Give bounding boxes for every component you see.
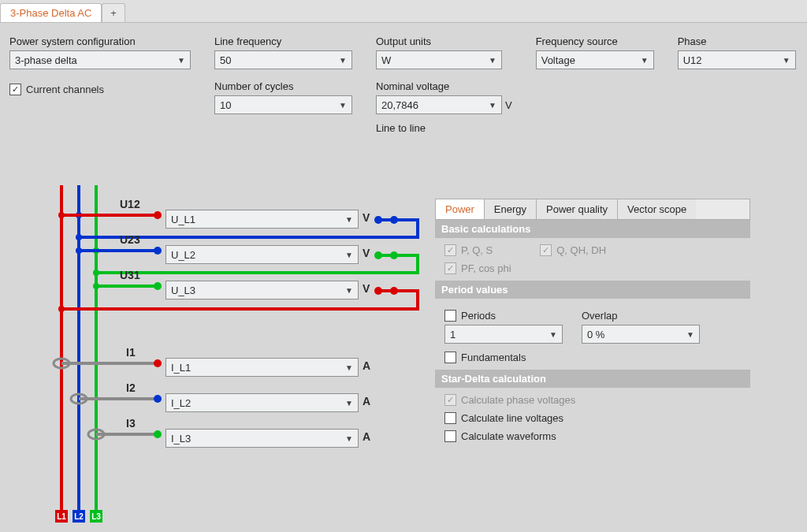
frequency-source-select[interactable]: Voltage ▼ <box>536 50 654 69</box>
nominal-voltage-label: Nominal voltage <box>376 80 512 92</box>
phase-value: U12 <box>683 54 702 66</box>
calc-phase-label: Calculate phase voltages <box>461 394 575 406</box>
fundamentals-label: Fundamentals <box>461 352 526 363</box>
line-frequency-select[interactable]: 50 ▼ <box>214 50 352 69</box>
subtab-power[interactable]: Power <box>436 199 485 219</box>
i1-channel-select[interactable]: I_L1 ▼ <box>165 358 359 377</box>
chevron-down-icon: ▼ <box>783 56 790 65</box>
calc-phase-checkbox: ✓ <box>444 394 456 406</box>
i2-label: I2 <box>126 381 136 394</box>
chevron-down-icon: ▼ <box>489 56 496 65</box>
power-config-select[interactable]: 3-phase delta ▼ <box>9 50 191 69</box>
i3-channel-select[interactable]: I_L3 ▼ <box>165 429 359 448</box>
chevron-down-icon: ▼ <box>686 330 694 339</box>
diagram-svg <box>47 185 426 524</box>
chevron-down-icon: ▼ <box>345 251 353 259</box>
chevron-down-icon: ▼ <box>345 215 353 224</box>
bus-l2-chip: L2 <box>73 510 85 523</box>
current-channels-checkbox[interactable]: ✓ <box>9 84 21 95</box>
chevron-down-icon: ▼ <box>339 56 347 65</box>
calc-wave-checkbox[interactable] <box>444 430 456 442</box>
bus-l1-chip: L1 <box>55 510 68 523</box>
phase-label: Phase <box>678 35 796 47</box>
i1-channel-value: I_L1 <box>171 362 191 374</box>
config-form: Power system configuration 3-phase delta… <box>0 23 807 134</box>
subtab-power-quality[interactable]: Power quality <box>537 199 618 219</box>
periods-select[interactable]: 1 ▼ <box>444 325 563 344</box>
i1-unit: A <box>363 359 370 372</box>
u23-channel-select[interactable]: U_L2 ▼ <box>165 245 359 264</box>
i3-label: I3 <box>126 417 136 430</box>
overlap-select[interactable]: 0 % ▼ <box>582 325 700 344</box>
u23-unit: V <box>363 247 370 259</box>
num-cycles-select[interactable]: 10 ▼ <box>214 95 352 114</box>
num-cycles-label: Number of cycles <box>214 80 352 92</box>
line-frequency-label: Line frequency <box>214 35 352 47</box>
svg-point-22 <box>154 282 162 290</box>
pf-label: PF, cos phi <box>461 262 511 274</box>
i3-unit: A <box>363 430 370 443</box>
frequency-source-label: Frequency source <box>536 35 654 47</box>
fundamentals-checkbox[interactable] <box>444 352 456 363</box>
output-units-select[interactable]: W ▼ <box>376 50 502 69</box>
overlap-label: Overlap <box>582 310 700 322</box>
u12-label: U12 <box>120 198 140 210</box>
u12-channel-select[interactable]: U_L1 ▼ <box>165 210 359 229</box>
nominal-voltage-select[interactable]: 20,7846 ▼ <box>376 95 502 114</box>
section-basic-calculations: Basic calculations <box>435 220 750 238</box>
chevron-down-icon: ▼ <box>549 330 557 339</box>
periods-value: 1 <box>450 329 456 340</box>
calc-line-checkbox[interactable] <box>444 412 456 424</box>
chevron-down-icon: ▼ <box>641 56 649 65</box>
u31-channel-select[interactable]: U_L3 ▼ <box>165 281 359 299</box>
wiring-diagram: U12 U23 U31 I1 I2 I3 U_L1 ▼ V U_L2 ▼ V U… <box>47 185 426 516</box>
num-cycles-value: 10 <box>220 99 231 111</box>
section-star-delta: Star-Delta calculation <box>435 370 750 388</box>
bus-l3-chip: L3 <box>90 510 102 523</box>
calc-wave-label: Calculate waveforms <box>461 430 556 442</box>
svg-point-21 <box>154 247 162 255</box>
i2-unit: A <box>363 395 370 407</box>
u23-label: U23 <box>120 233 140 246</box>
output-units-label: Output units <box>376 35 512 47</box>
phase-select[interactable]: U12 ▼ <box>678 50 796 69</box>
svg-point-23 <box>154 359 162 367</box>
chevron-down-icon: ▼ <box>345 434 353 443</box>
power-config-value: 3-phase delta <box>15 54 77 66</box>
periods-label: Periods <box>461 310 496 322</box>
i2-channel-value: I_L2 <box>171 397 191 409</box>
u12-channel-value: U_L1 <box>171 214 195 225</box>
calc-subtabs: Power Energy Power quality Vector scope <box>435 199 750 220</box>
periods-checkbox[interactable] <box>444 310 456 322</box>
chevron-down-icon: ▼ <box>345 363 353 372</box>
svg-point-25 <box>154 430 162 438</box>
subtab-energy[interactable]: Energy <box>485 199 537 219</box>
svg-point-13 <box>93 270 99 276</box>
subtab-vector-scope[interactable]: Vector scope <box>618 199 696 219</box>
i1-label: I1 <box>126 346 136 359</box>
u23-channel-value: U_L2 <box>171 249 195 261</box>
nominal-voltage-value: 20,7846 <box>381 99 418 111</box>
pqs-checkbox: ✓ <box>444 244 456 256</box>
i3-channel-value: I_L3 <box>171 433 191 445</box>
section-period-values: Period values <box>435 281 750 299</box>
calculation-panel: Power Energy Power quality Vector scope … <box>435 199 750 448</box>
current-channels-label: Current channels <box>26 84 104 95</box>
pqs-label: P, Q, S <box>461 244 493 256</box>
i2-channel-select[interactable]: I_L2 ▼ <box>165 393 359 412</box>
tab-add-button[interactable]: + <box>102 3 125 22</box>
chevron-down-icon: ▼ <box>177 56 185 65</box>
frequency-source-value: Voltage <box>541 54 575 66</box>
svg-point-12 <box>76 234 82 240</box>
main-tabbar: 3-Phase Delta AC + <box>0 0 807 23</box>
calc-line-label: Calculate line voltages <box>461 412 563 424</box>
svg-point-24 <box>154 395 162 403</box>
u31-channel-value: U_L3 <box>171 285 195 296</box>
pf-checkbox: ✓ <box>444 262 456 274</box>
chevron-down-icon: ▼ <box>345 399 353 407</box>
chevron-down-icon: ▼ <box>339 101 347 110</box>
tab-3phase-delta-ac[interactable]: 3-Phase Delta AC <box>0 3 102 22</box>
overlap-value: 0 % <box>587 329 604 340</box>
line-to-line-label: Line to line <box>376 122 512 134</box>
svg-point-20 <box>154 211 162 219</box>
